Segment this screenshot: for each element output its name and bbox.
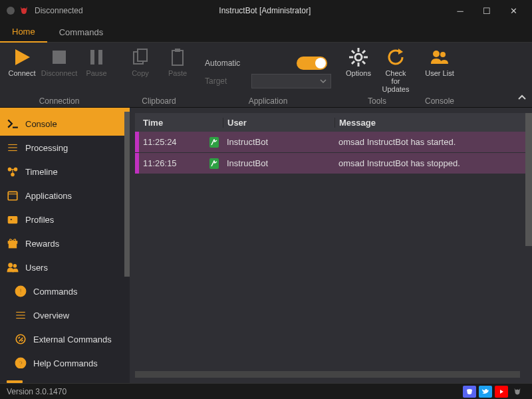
cell-user-icon	[209, 137, 223, 148]
options-button[interactable]: Options	[342, 45, 375, 78]
svg-line-13	[352, 51, 354, 53]
cell-user-icon	[209, 158, 223, 169]
sidebar-item-applications[interactable]: Applications	[0, 184, 130, 207]
userlist-button[interactable]: User List	[423, 45, 456, 78]
window-title: InstructBot [Administrator]	[83, 6, 447, 15]
version-text: Version 3.0.1470	[7, 387, 66, 396]
sidebar-item-timeline[interactable]: Timeline	[0, 160, 130, 184]
sidebar-item-label: Profiles	[25, 215, 54, 225]
table-row[interactable]: 11:26:15InstructBotomsad InstructBot has…	[135, 153, 527, 174]
sidebar-scrollbar[interactable]	[124, 112, 130, 277]
sidebar-item-overview[interactable]: Overview	[0, 303, 130, 327]
tab-home[interactable]: Home	[0, 21, 47, 43]
chevron-up-icon	[517, 93, 527, 102]
ribbon-group-tools: Options Check for Updates Tools	[336, 43, 418, 107]
sidebar: ConsoleProcessingTimelineApplicationsPro…	[0, 108, 130, 383]
maximize-button[interactable]: ☐	[473, 0, 500, 21]
sidebar-item-users[interactable]: Users	[0, 255, 130, 279]
twitter-icon	[481, 388, 489, 396]
sidebar-item-label: Timeline	[25, 167, 58, 177]
sidebar-item-help-commands[interactable]: ?Help Commands	[0, 351, 130, 368]
disconnect-button[interactable]: Disconnect	[43, 45, 76, 78]
ribbon-group-clipboard: Copy Paste Clipboard	[118, 43, 200, 107]
brand-link[interactable]	[511, 386, 524, 398]
group-label-tools: Tools	[368, 95, 386, 106]
youtube-icon	[497, 388, 505, 396]
users-icon	[7, 261, 19, 273]
svg-text:!: !	[19, 287, 22, 297]
content-hscrollbar[interactable]	[135, 371, 520, 378]
close-button[interactable]: ✕	[500, 0, 527, 21]
tab-commands[interactable]: Commands	[47, 21, 115, 43]
profiles-icon	[7, 213, 19, 225]
cell-message: omsad InstructBot has stopped.	[334, 158, 527, 168]
svg-point-32	[13, 265, 17, 268]
bot-icon	[211, 139, 217, 146]
brand-icon	[513, 387, 522, 396]
timeline-icon	[7, 166, 19, 178]
svg-rect-27	[8, 217, 17, 223]
window-controls: ─ ☐ ✕	[447, 0, 527, 21]
connection-status: Disconnected	[35, 6, 83, 15]
cell-user: InstructBot	[223, 137, 334, 147]
discord-icon	[466, 388, 473, 396]
external-icon	[15, 333, 27, 345]
sidebar-item-label: Console	[25, 119, 57, 129]
gear-icon	[348, 47, 369, 68]
tabbar: Home Commands	[0, 21, 532, 43]
check-updates-button[interactable]: Check for Updates	[379, 45, 412, 94]
app-icon	[5, 5, 16, 16]
sidebar-item-rewards[interactable]: Rewards	[0, 231, 130, 255]
automatic-toggle[interactable]	[297, 57, 327, 70]
ribbon-group-connection: Connect Disconnect Pause Connection	[0, 43, 118, 107]
cell-time: 11:25:24	[139, 137, 209, 147]
sidebar-bottom-accent	[7, 380, 23, 383]
svg-rect-3	[98, 50, 102, 65]
group-label-clipboard: Clipboard	[142, 95, 176, 106]
ribbon-collapse-button[interactable]	[517, 93, 527, 104]
table-row[interactable]: 11:25:24InstructBotomsad InstructBot has…	[135, 132, 527, 153]
svg-text:?: ?	[19, 360, 23, 368]
header-message[interactable]: Message	[334, 118, 527, 128]
svg-rect-1	[53, 51, 66, 64]
sidebar-item-label: External Commands	[33, 334, 112, 344]
applications-icon	[7, 190, 19, 201]
refresh-icon	[385, 47, 406, 68]
target-select[interactable]	[251, 74, 331, 88]
cell-time: 11:26:15	[139, 158, 209, 168]
twitter-link[interactable]	[479, 386, 492, 398]
connect-button[interactable]: Connect	[5, 45, 39, 78]
processing-icon	[7, 142, 19, 154]
header-user[interactable]: User	[223, 118, 334, 128]
title-icons	[5, 5, 29, 16]
rewards-icon	[7, 237, 19, 249]
copy-icon	[130, 47, 151, 68]
cell-message: omsad InstructBot has started.	[334, 137, 527, 147]
sidebar-item-profiles[interactable]: Profiles	[0, 207, 130, 231]
titlebar: Disconnected InstructBot [Administrator]…	[0, 0, 532, 21]
pause-button[interactable]: Pause	[80, 45, 113, 78]
svg-point-28	[10, 218, 12, 220]
content-scrollbar[interactable]	[525, 113, 532, 246]
svg-rect-25	[8, 192, 17, 200]
help-icon: ?	[15, 357, 27, 368]
paste-button[interactable]: Paste	[161, 45, 194, 78]
sidebar-item-external-commands[interactable]: External Commands	[0, 327, 130, 351]
sidebar-item-console[interactable]: Console	[0, 112, 130, 136]
statusbar: Version 3.0.1470	[0, 383, 532, 399]
minimize-button[interactable]: ─	[447, 0, 473, 21]
sidebar-item-commands[interactable]: !Commands	[0, 279, 130, 303]
discord-link[interactable]	[463, 386, 476, 398]
youtube-link[interactable]	[495, 386, 508, 398]
copy-button[interactable]: Copy	[124, 45, 157, 78]
sidebar-item-processing[interactable]: Processing	[0, 136, 130, 160]
sidebar-item-label: Overview	[33, 311, 69, 321]
content: Time User Message 11:25:24InstructBotoms…	[130, 108, 532, 383]
sidebar-item-label: Users	[25, 263, 48, 273]
sidebar-item-label: Commands	[33, 287, 77, 297]
svg-rect-7	[175, 49, 180, 52]
table-header: Time User Message	[135, 113, 527, 132]
svg-rect-5	[138, 49, 147, 61]
header-time[interactable]: Time	[139, 118, 209, 128]
sidebar-item-label: Processing	[25, 143, 68, 153]
